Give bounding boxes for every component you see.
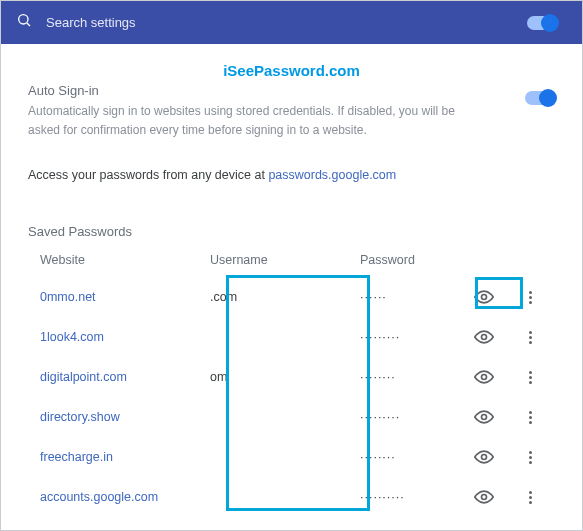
svg-point-7 xyxy=(482,495,487,500)
search-icon xyxy=(16,12,32,32)
passwords-google-link[interactable]: passwords.google.com xyxy=(268,168,396,182)
auto-signin-desc: Automatically sign in to websites using … xyxy=(28,102,468,140)
col-password: Password xyxy=(360,253,470,267)
svg-point-4 xyxy=(482,375,487,380)
offer-save-toggle[interactable] xyxy=(527,16,557,34)
svg-point-2 xyxy=(482,295,487,300)
password-cell: ········ xyxy=(360,370,470,384)
search-bar[interactable]: Search settings xyxy=(0,0,583,44)
row-menu-button[interactable] xyxy=(520,283,540,311)
svg-point-6 xyxy=(482,455,487,460)
svg-point-5 xyxy=(482,415,487,420)
password-cell: ········· xyxy=(360,410,470,424)
svg-line-1 xyxy=(27,23,30,26)
table-row: accounts.google.com ·········· xyxy=(28,477,555,517)
access-prefix: Access your passwords from any device at xyxy=(28,168,268,182)
settings-content: iSeePassword.com Auto Sign-in Automatica… xyxy=(0,44,583,517)
row-menu-button[interactable] xyxy=(520,323,540,351)
svg-point-3 xyxy=(482,335,487,340)
access-passwords-line: Access your passwords from any device at… xyxy=(28,168,555,182)
show-password-button[interactable] xyxy=(470,283,498,311)
website-link[interactable]: freecharge.in xyxy=(40,450,210,464)
row-menu-button[interactable] xyxy=(520,483,540,511)
auto-signin-toggle[interactable] xyxy=(525,91,555,109)
show-password-button[interactable] xyxy=(470,363,498,391)
table-row: directory.show ········· xyxy=(28,397,555,437)
website-link[interactable]: digitalpoint.com xyxy=(40,370,210,384)
show-password-button[interactable] xyxy=(470,323,498,351)
username-cell: om xyxy=(210,370,360,384)
password-cell: ········· xyxy=(360,330,470,344)
website-link[interactable]: directory.show xyxy=(40,410,210,424)
show-password-button[interactable] xyxy=(470,483,498,511)
auto-signin-title: Auto Sign-in xyxy=(28,83,555,98)
table-row: freecharge.in ········ xyxy=(28,437,555,477)
col-website: Website xyxy=(40,253,210,267)
table-row: 1look4.com ········· xyxy=(28,317,555,357)
col-username: Username xyxy=(210,253,360,267)
website-link[interactable]: 1look4.com xyxy=(40,330,210,344)
passwords-table: Website Username Password 0mmo.net .com … xyxy=(28,253,555,517)
search-placeholder: Search settings xyxy=(46,15,136,30)
table-row: 0mmo.net .com ······ xyxy=(28,277,555,317)
password-cell: ·········· xyxy=(360,490,470,504)
show-password-button[interactable] xyxy=(470,443,498,471)
watermark-text: iSeePassword.com xyxy=(28,62,555,79)
saved-passwords-title: Saved Passwords xyxy=(28,224,555,239)
website-link[interactable]: 0mmo.net xyxy=(40,290,210,304)
row-menu-button[interactable] xyxy=(520,363,540,391)
auto-signin-row: Auto Sign-in Automatically sign in to we… xyxy=(28,83,555,140)
svg-point-0 xyxy=(19,15,28,24)
row-menu-button[interactable] xyxy=(520,443,540,471)
row-menu-button[interactable] xyxy=(520,403,540,431)
show-password-button[interactable] xyxy=(470,403,498,431)
table-row: digitalpoint.com om ········ xyxy=(28,357,555,397)
username-cell: .com xyxy=(210,290,360,304)
website-link[interactable]: accounts.google.com xyxy=(40,490,210,504)
table-header: Website Username Password xyxy=(28,253,555,277)
password-cell: ······ xyxy=(360,290,470,304)
password-cell: ········ xyxy=(360,450,470,464)
